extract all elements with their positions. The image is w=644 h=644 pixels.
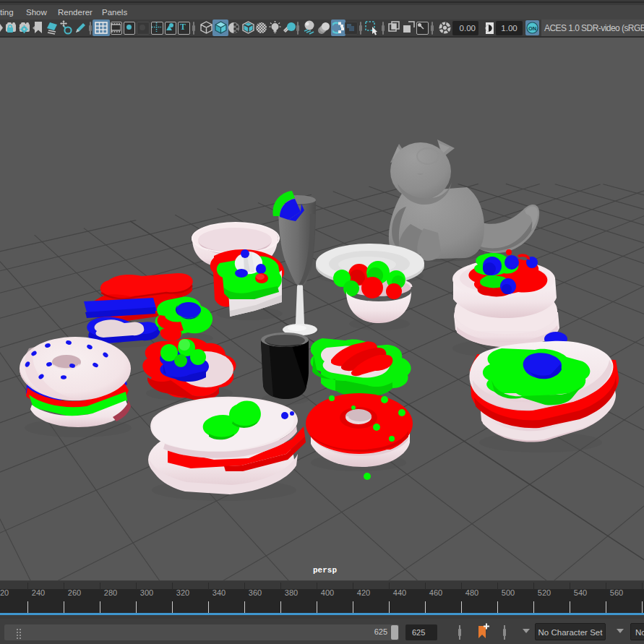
svg-text:ON: ON — [528, 25, 536, 32]
